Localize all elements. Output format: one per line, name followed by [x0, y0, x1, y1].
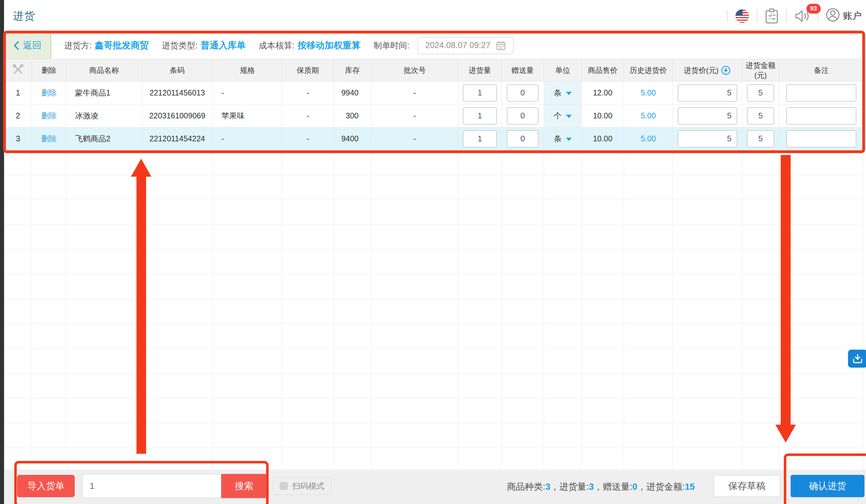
empty-cell [142, 324, 213, 349]
empty-cell [458, 374, 501, 398]
empty-cell [142, 423, 213, 448]
amount-input[interactable] [747, 130, 774, 148]
gift-qty-cell [501, 81, 544, 104]
unit-select[interactable]: 条 [544, 127, 581, 150]
column-settings[interactable] [4, 59, 32, 81]
empty-cell [544, 448, 581, 470]
empty-cell [334, 250, 371, 274]
empty-cell [213, 250, 282, 274]
qty-input[interactable] [463, 84, 497, 102]
back-button[interactable]: 返回 [4, 32, 51, 59]
empty-cell [742, 423, 779, 448]
amount-input[interactable] [747, 107, 774, 125]
cost-method-value[interactable]: 按移动加权重算 [298, 39, 361, 52]
shelf-life: - [282, 104, 334, 127]
empty-cell [213, 175, 282, 200]
purchase-page: 进货 [0, 0, 866, 504]
scan-mode-toggle[interactable]: 扫码模式 [273, 477, 331, 495]
amount-cell [742, 104, 779, 127]
chevron-down-icon [566, 92, 571, 95]
flag-icon[interactable] [735, 9, 750, 23]
empty-cell [32, 299, 66, 324]
supplier-value[interactable]: 鑫哥批发商贸 [95, 39, 149, 52]
empty-cell [32, 250, 66, 274]
gift-qty-input[interactable] [507, 107, 539, 125]
empty-cell [282, 200, 334, 225]
save-draft-button[interactable]: 保存草稿 [713, 475, 780, 497]
remark-input[interactable] [786, 130, 856, 148]
cost-method-label: 成本核算: [259, 40, 295, 51]
download-button[interactable] [848, 350, 866, 368]
empty-cell [544, 299, 581, 324]
col-amount: 进货金额(元) [742, 59, 779, 81]
empty-cell [779, 200, 864, 225]
divider [727, 10, 728, 22]
confirm-purchase-button[interactable]: 确认进货 [791, 475, 864, 497]
empty-cell [32, 150, 66, 175]
empty-cell [4, 150, 32, 175]
empty-cell [544, 423, 581, 448]
purchase-price-input[interactable] [678, 84, 737, 102]
search-button[interactable]: 搜索 [221, 474, 267, 498]
empty-row [4, 398, 864, 423]
col-delete: 删除 [32, 59, 66, 81]
unit-select[interactable]: 个 [544, 104, 581, 127]
empty-cell [779, 374, 864, 398]
account-icon [826, 8, 840, 24]
purchase-type-value[interactable]: 普通入库单 [201, 39, 246, 52]
tools-icon [12, 64, 24, 75]
empty-cell [581, 374, 624, 398]
table-header: 删除 商品名称 条码 规格 保质期 库存 批次号 进货量 赠送量 单位 商品售价… [4, 59, 864, 81]
empty-cell [4, 398, 32, 423]
remark-input[interactable] [786, 107, 856, 125]
account-label: 账户 [843, 10, 862, 22]
remark-input[interactable] [786, 84, 856, 102]
empty-cell [213, 423, 282, 448]
gift-qty-input[interactable] [507, 84, 539, 102]
empty-cell [742, 200, 779, 225]
empty-cell [624, 150, 673, 175]
import-order-button[interactable]: 导入货单 [17, 475, 75, 497]
cost-method-field: 成本核算: 按移动加权重算 [259, 39, 361, 52]
empty-cell [213, 448, 282, 470]
empty-cell [334, 175, 371, 200]
order-time-picker[interactable]: 2024.08.07 09:27 [418, 37, 514, 54]
empty-cell [673, 250, 742, 274]
purchase-price-input[interactable] [678, 130, 737, 148]
download-icon [852, 354, 863, 364]
empty-cell [371, 374, 458, 398]
announcement-icon[interactable]: 93 [794, 9, 810, 24]
history-price[interactable]: 5.00 [624, 81, 673, 104]
qty-input[interactable] [463, 107, 497, 125]
empty-cell [334, 349, 371, 374]
amount-input[interactable] [747, 84, 774, 102]
delete-link[interactable]: 删除 [32, 104, 66, 127]
empty-cell [742, 175, 779, 200]
history-price[interactable]: 5.00 [624, 127, 673, 150]
empty-cell [544, 398, 581, 423]
clipboard-icon[interactable] [765, 8, 778, 24]
delete-link[interactable]: 删除 [32, 127, 66, 150]
table-row-highlighted: 3 删除 飞鹤商品2 2212011454224 - - 9400 - 条 10… [4, 127, 864, 150]
empty-cell [142, 175, 213, 200]
empty-cell [4, 324, 32, 349]
table-row: 1 删除 蒙牛商品1 2212011456013 - - 9940 - 条 12… [4, 81, 864, 104]
empty-cell [624, 274, 673, 299]
unit-select[interactable]: 条 [544, 81, 581, 104]
empty-cell [142, 200, 213, 225]
gift-qty-input[interactable] [507, 130, 539, 148]
purchase-price-input[interactable] [678, 107, 737, 125]
delete-link[interactable]: 删除 [32, 81, 66, 104]
chevron-left-icon [13, 41, 20, 50]
empty-cell [4, 423, 32, 448]
empty-cell [624, 349, 673, 374]
empty-row [4, 225, 864, 250]
qty-cell [458, 81, 501, 104]
search-input[interactable] [82, 474, 221, 498]
history-price[interactable]: 5.00 [624, 104, 673, 127]
account-menu[interactable]: 账户 [826, 8, 862, 24]
qty-input[interactable] [463, 130, 497, 148]
empty-cell [282, 448, 334, 470]
empty-cell [32, 175, 66, 200]
flash-price-icon[interactable] [721, 65, 731, 75]
